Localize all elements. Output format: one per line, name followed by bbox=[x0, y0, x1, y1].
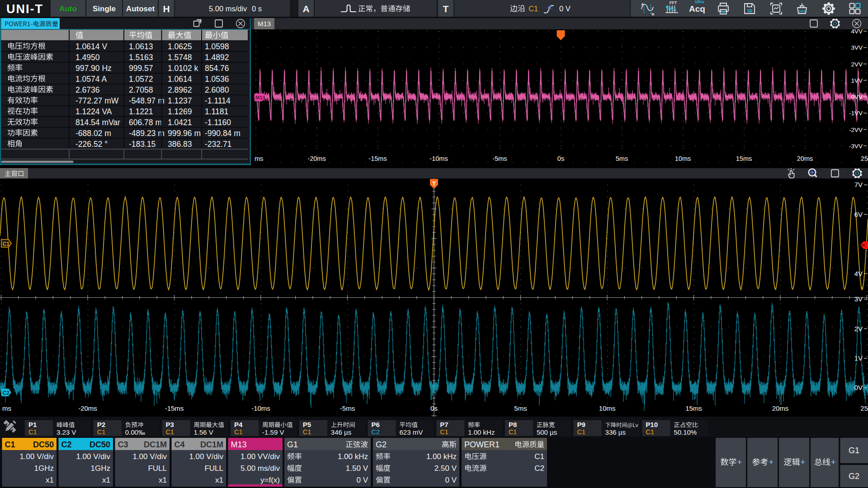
svg-text:Acq: Acq bbox=[689, 4, 705, 14]
svg-text:1.00 V/div: 1.00 V/div bbox=[76, 452, 110, 461]
svg-text:1V: 1V bbox=[854, 354, 863, 362]
svg-text:-232.71: -232.71 bbox=[205, 140, 231, 149]
svg-text:0 s: 0 s bbox=[252, 5, 262, 13]
svg-text:2.6736: 2.6736 bbox=[75, 85, 100, 94]
svg-text:5.00 ms/div: 5.00 ms/div bbox=[209, 5, 247, 13]
svg-text:386.83: 386.83 bbox=[168, 140, 192, 149]
svg-text:1.00 V/div: 1.00 V/div bbox=[189, 452, 223, 461]
svg-text:0 V: 0 V bbox=[445, 476, 457, 484]
svg-text:5ms: 5ms bbox=[514, 404, 527, 412]
svg-text:-183.15: -183.15 bbox=[129, 140, 156, 149]
svg-text:T: T bbox=[443, 4, 449, 14]
svg-text:Autoset: Autoset bbox=[126, 5, 155, 13]
svg-text:DC50: DC50 bbox=[33, 440, 54, 449]
svg-text:-3VV: -3VV bbox=[849, 143, 863, 150]
svg-text:1.1269: 1.1269 bbox=[168, 107, 192, 116]
svg-text:1.5748: 1.5748 bbox=[168, 53, 192, 62]
svg-text:1.1224 VA: 1.1224 VA bbox=[75, 107, 112, 116]
svg-text:ms: ms bbox=[255, 155, 263, 162]
svg-text:5.00 ms/div: 5.00 ms/div bbox=[241, 464, 280, 473]
svg-text:15ms: 15ms bbox=[736, 155, 752, 162]
svg-text:15ms: 15ms bbox=[685, 404, 702, 412]
svg-text:G2: G2 bbox=[376, 440, 387, 449]
svg-text:1.0625: 1.0625 bbox=[168, 42, 192, 51]
svg-text:1.0421: 1.0421 bbox=[168, 118, 192, 127]
svg-text:1.00 V/div: 1.00 V/div bbox=[132, 452, 167, 461]
svg-text:P9: P9 bbox=[577, 421, 585, 428]
svg-text:C1: C1 bbox=[28, 428, 37, 436]
svg-text:50.10%: 50.10% bbox=[674, 428, 697, 436]
svg-text:1.0598: 1.0598 bbox=[205, 42, 229, 51]
svg-text:0 V: 0 V bbox=[356, 476, 368, 484]
svg-text:0s: 0s bbox=[430, 404, 438, 412]
svg-text:x1: x1 bbox=[159, 476, 167, 484]
svg-text:P5: P5 bbox=[303, 421, 311, 428]
svg-text:1.0536: 1.0536 bbox=[205, 75, 229, 84]
svg-text:FFT: FFT bbox=[670, 0, 677, 5]
svg-text:-1.59 V: -1.59 V bbox=[262, 428, 284, 436]
svg-text:P6: P6 bbox=[372, 421, 380, 428]
svg-text:P10: P10 bbox=[646, 421, 658, 428]
svg-text:3VV: 3VV bbox=[851, 44, 863, 51]
svg-text:1.4892: 1.4892 bbox=[205, 53, 229, 62]
svg-text:C1: C1 bbox=[646, 428, 654, 436]
svg-text:-10ms: -10ms bbox=[429, 155, 448, 162]
svg-text:-10ms: -10ms bbox=[251, 404, 270, 412]
svg-text:-5ms: -5ms bbox=[492, 155, 507, 162]
svg-text:1.0613: 1.0613 bbox=[129, 42, 153, 51]
svg-text:1.00 kHz: 1.00 kHz bbox=[426, 452, 457, 461]
svg-text:606.78 m: 606.78 m bbox=[129, 118, 162, 127]
svg-text:DC50: DC50 bbox=[90, 440, 110, 449]
svg-text:5ms: 5ms bbox=[616, 155, 628, 162]
svg-text:M13: M13 bbox=[231, 440, 247, 449]
svg-text:B: B bbox=[652, 12, 655, 16]
svg-text:DC1M: DC1M bbox=[200, 440, 223, 449]
svg-text:-5ms: -5ms bbox=[340, 404, 355, 412]
svg-text:x1: x1 bbox=[215, 476, 223, 484]
svg-text:-1VV: -1VV bbox=[849, 110, 863, 117]
svg-text:2VV: 2VV bbox=[851, 61, 863, 68]
svg-text:1.1237: 1.1237 bbox=[168, 96, 192, 105]
svg-text:G2: G2 bbox=[849, 472, 859, 481]
svg-text:A: A bbox=[302, 4, 309, 14]
svg-text:814.54 mVar: 814.54 mVar bbox=[75, 118, 120, 127]
svg-text:0 V: 0 V bbox=[559, 5, 571, 13]
svg-text:-548.97 m: -548.97 m bbox=[129, 96, 165, 105]
svg-text:10ms: 10ms bbox=[599, 404, 616, 412]
svg-text:1GHz: 1GHz bbox=[34, 464, 54, 473]
svg-text:C2: C2 bbox=[534, 464, 544, 473]
svg-text:P3: P3 bbox=[165, 421, 174, 428]
svg-text:2.50 V: 2.50 V bbox=[434, 464, 457, 473]
svg-text:C1: C1 bbox=[165, 428, 174, 436]
svg-text:UNI-T: UNI-T bbox=[6, 2, 43, 16]
svg-text:C1: C1 bbox=[509, 428, 517, 436]
svg-text:-20ms: -20ms bbox=[307, 155, 326, 162]
svg-text:x1: x1 bbox=[46, 476, 54, 484]
svg-text:-15ms: -15ms bbox=[368, 155, 387, 162]
svg-text:C2: C2 bbox=[3, 390, 10, 396]
svg-text:+: + bbox=[801, 458, 806, 467]
svg-text:C1: C1 bbox=[5, 440, 15, 449]
svg-text:P7: P7 bbox=[440, 421, 448, 428]
svg-text:-15ms: -15ms bbox=[165, 404, 184, 412]
svg-text:-1.1114: -1.1114 bbox=[205, 96, 231, 105]
svg-text:-772.27 mW: -772.27 mW bbox=[75, 96, 119, 105]
svg-text:P1: P1 bbox=[28, 421, 37, 428]
svg-text:C1: C1 bbox=[97, 428, 106, 436]
svg-text:-990.84 m: -990.84 m bbox=[205, 129, 241, 138]
svg-text:C1: C1 bbox=[528, 5, 538, 13]
svg-text:M13: M13 bbox=[255, 95, 265, 100]
svg-text:Auto: Auto bbox=[59, 5, 77, 13]
svg-text:0s: 0s bbox=[557, 155, 564, 162]
svg-text:C4: C4 bbox=[175, 440, 185, 449]
svg-text:C1: C1 bbox=[577, 428, 586, 436]
svg-text:-226.52 °: -226.52 ° bbox=[75, 140, 108, 149]
svg-text:3.23 V: 3.23 V bbox=[57, 428, 76, 436]
svg-text:1.0572: 1.0572 bbox=[129, 75, 153, 84]
svg-text:10ms: 10ms bbox=[675, 155, 691, 162]
svg-text:20ms: 20ms bbox=[797, 155, 813, 162]
svg-text:1.0614: 1.0614 bbox=[168, 75, 192, 84]
svg-text:2V: 2V bbox=[854, 325, 863, 333]
svg-text:H: H bbox=[163, 4, 170, 14]
svg-text:M13: M13 bbox=[258, 20, 271, 28]
